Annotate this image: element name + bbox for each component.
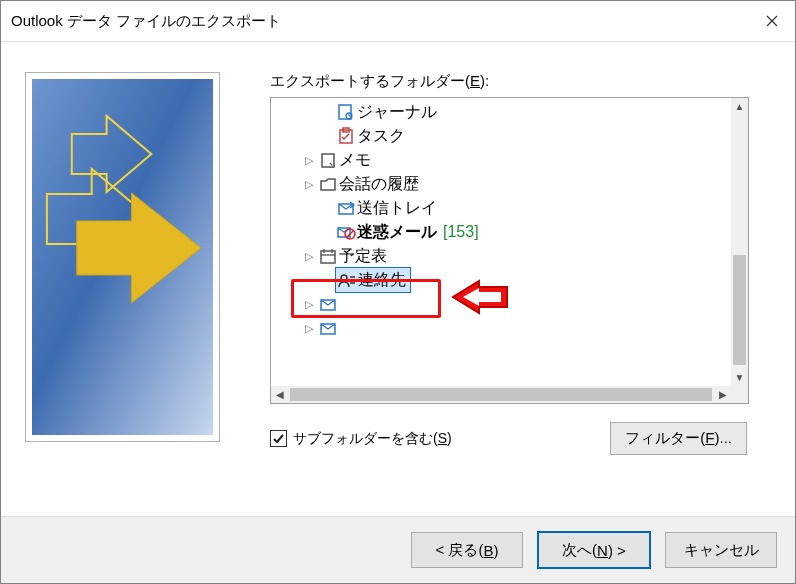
svg-point-10 — [341, 275, 347, 281]
titlebar: Outlook データ ファイルのエクスポート — [1, 1, 795, 42]
include-subfolders-checkbox[interactable] — [270, 430, 287, 447]
scroll-down-button[interactable]: ▼ — [731, 369, 748, 386]
tree-item[interactable]: ▷ — [271, 292, 748, 316]
scroll-thumb-vertical[interactable] — [733, 255, 746, 365]
filter-button[interactable]: フィルター(F)... — [610, 422, 747, 455]
tree-item[interactable]: 迷惑メール[153] — [271, 220, 748, 244]
tree-item-label: タスク — [357, 126, 405, 147]
folder-icon — [317, 175, 339, 193]
task-icon — [335, 127, 357, 145]
checkmark-icon — [272, 432, 285, 445]
tree-item[interactable]: タスク — [271, 124, 748, 148]
export-wizard-window: Outlook データ ファイルのエクスポート — [0, 0, 796, 584]
note-icon — [317, 151, 339, 169]
expand-toggle[interactable]: ▷ — [301, 154, 317, 167]
selected-item[interactable]: 連絡先 — [335, 267, 411, 293]
tree-item[interactable]: ▷メモ — [271, 148, 748, 172]
tree-item[interactable]: ジャーナル — [271, 100, 748, 124]
outbox-icon — [335, 199, 357, 217]
expand-toggle[interactable]: ▷ — [301, 298, 317, 311]
mail-icon — [317, 319, 339, 337]
tree-item[interactable]: 送信トレイ — [271, 196, 748, 220]
scroll-thumb-horizontal[interactable] — [290, 388, 712, 401]
include-subfolders-label: サブフォルダーを含む(S) — [293, 430, 452, 448]
tree-item-label: 迷惑メール — [357, 222, 437, 243]
close-button[interactable] — [749, 1, 795, 41]
next-button[interactable]: 次へ(N) > — [537, 531, 651, 569]
expand-toggle[interactable]: ▷ — [301, 250, 317, 263]
cancel-button[interactable]: キャンセル — [665, 532, 777, 568]
expand-toggle[interactable]: ▷ — [301, 322, 317, 335]
tree-item-label: メモ — [339, 150, 371, 171]
tree-item[interactable]: ▷予定表 — [271, 244, 748, 268]
scroll-right-button[interactable]: ▶ — [714, 386, 731, 403]
tree-item-label: 予定表 — [339, 246, 387, 267]
vertical-scrollbar[interactable]: ▲ ▼ — [731, 98, 748, 386]
scrollbar-corner — [731, 386, 748, 403]
svg-rect-1 — [339, 105, 351, 119]
tree-item-label: 会話の履歴 — [339, 174, 419, 195]
calendar-icon — [317, 247, 339, 265]
folder-selection-area: エクスポートするフォルダー(E): ジャーナルタスク▷メモ▷会話の履歴送信トレイ… — [270, 72, 771, 455]
contacts-icon — [336, 271, 358, 289]
scroll-left-button[interactable]: ◀ — [271, 386, 288, 403]
tree-item-label: 送信トレイ — [357, 198, 437, 219]
svg-rect-9 — [321, 251, 335, 263]
tree-item[interactable]: ▷ — [271, 316, 748, 340]
tree-item-label: 連絡先 — [358, 270, 406, 291]
journal-icon — [335, 103, 357, 121]
tree-item[interactable]: 連絡先 — [271, 268, 748, 292]
wizard-hero-image — [32, 79, 213, 435]
horizontal-scrollbar[interactable]: ◀ ▶ — [271, 386, 731, 403]
window-title: Outlook データ ファイルのエクスポート — [11, 12, 749, 31]
folder-tree[interactable]: ジャーナルタスク▷メモ▷会話の履歴送信トレイ迷惑メール[153]▷予定表連絡先▷… — [270, 97, 749, 404]
scroll-up-button[interactable]: ▲ — [731, 98, 748, 115]
mail-icon — [317, 295, 339, 313]
close-icon — [766, 15, 778, 27]
junk-icon — [335, 223, 357, 241]
folder-label: エクスポートするフォルダー(E): — [270, 72, 771, 91]
expand-toggle[interactable]: ▷ — [301, 178, 317, 191]
tree-item-label: ジャーナル — [357, 102, 437, 123]
back-button[interactable]: < 戻る(B) — [411, 532, 523, 568]
wizard-button-bar: < 戻る(B) 次へ(N) > キャンセル — [1, 516, 795, 583]
item-count-badge: [153] — [443, 223, 479, 241]
tree-item[interactable]: ▷会話の履歴 — [271, 172, 748, 196]
wizard-hero-panel — [25, 72, 220, 442]
